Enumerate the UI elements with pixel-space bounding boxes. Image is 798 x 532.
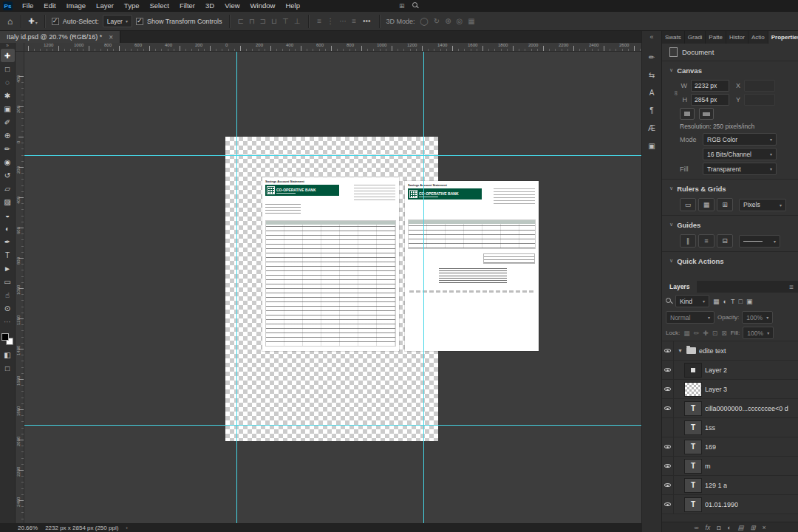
guide-horizontal[interactable] xyxy=(24,425,641,426)
layer-row[interactable]: T129 1 a xyxy=(662,476,798,495)
marquee-tool[interactable]: □ xyxy=(1,62,15,75)
hand-tool[interactable]: ☝ xyxy=(1,288,15,301)
lasso-tool[interactable]: ◌ xyxy=(1,75,15,89)
character-panel-icon[interactable]: A xyxy=(649,89,655,97)
brushes-panel-icon[interactable]: ✏ xyxy=(649,53,655,61)
layer-row[interactable]: Layer 2 xyxy=(662,361,798,380)
shape-tool[interactable]: ▭ xyxy=(1,275,15,288)
3d-scale-icon[interactable]: ▦ xyxy=(466,17,476,25)
panel-tab-actio[interactable]: Actio xyxy=(748,31,768,44)
path-selection-tool[interactable]: ► xyxy=(1,262,15,275)
lock-guides-icon[interactable]: ⊟ xyxy=(717,234,733,248)
align-left-edges-icon[interactable]: ⊏ xyxy=(236,17,245,25)
statement-page-2[interactable]: Savings Account Statement CO-OPERATIVE B… xyxy=(405,181,539,351)
height-field[interactable]: 2854 px xyxy=(691,94,729,106)
delete-layer-icon[interactable]: × xyxy=(763,524,766,531)
panel-menu-icon[interactable]: ≡ xyxy=(789,283,794,291)
vertical-ruler[interactable]: 4002000200400600800100012001400160018002… xyxy=(16,52,24,523)
distribute-vertical-icon[interactable]: ⋮ xyxy=(325,17,335,25)
filter-pixel-layers-icon[interactable]: ▦ xyxy=(712,298,720,305)
dodge-tool[interactable]: ◐ xyxy=(1,222,15,235)
layer-visibility-toggle[interactable] xyxy=(662,457,674,475)
layer-mask-icon[interactable]: ◘ xyxy=(717,524,720,531)
brush-tool[interactable]: ✏ xyxy=(1,142,15,155)
document-tab[interactable]: Italy id.psd @ 20.7% (RGB/16) * × xyxy=(0,31,120,43)
healing-brush-tool[interactable]: ⊕ xyxy=(1,129,15,142)
gradient-tool[interactable]: ▨ xyxy=(1,195,15,208)
menu-type[interactable]: Type xyxy=(119,0,145,12)
3d-slide-icon[interactable]: ◎ xyxy=(455,17,465,25)
menu-edit[interactable]: Edit xyxy=(38,0,61,12)
layer-visibility-toggle[interactable] xyxy=(662,380,674,398)
layer-thumbnail[interactable] xyxy=(684,382,702,397)
toggle-grid-icon[interactable]: ▦ xyxy=(698,198,715,211)
layer-name[interactable]: m xyxy=(705,463,711,470)
layers-tab[interactable]: Layers xyxy=(662,281,697,293)
filter-type-select[interactable]: Kind▾ xyxy=(675,295,709,307)
rulers-grids-section-header[interactable]: ∨ Rulers & Grids xyxy=(669,181,791,196)
canvas-fill-select[interactable]: Transparent▾ xyxy=(703,163,777,175)
layer-thumbnail[interactable] xyxy=(684,363,702,378)
ruler-origin[interactable] xyxy=(16,43,24,52)
layer-thumbnail[interactable]: T xyxy=(684,478,702,493)
group-expand-icon[interactable]: ▾ xyxy=(677,347,683,354)
layer-name[interactable]: 169 xyxy=(705,443,716,451)
filter-adjustment-layers-icon[interactable]: ◐ xyxy=(723,298,728,305)
eyedropper-tool[interactable]: ✐ xyxy=(1,115,15,129)
lock-all-icon[interactable]: ⊠ xyxy=(720,330,728,337)
menu-help[interactable]: Help xyxy=(280,0,305,12)
tool-settings-panel-icon[interactable]: ⇆ xyxy=(649,71,655,79)
canvas-section-header[interactable]: ∨ Canvas xyxy=(669,63,791,78)
align-bottom-edges-icon[interactable]: ⊥ xyxy=(293,17,302,25)
paragraph-panel-icon[interactable]: ¶ xyxy=(649,106,653,115)
layer-row[interactable]: Layer 3 xyxy=(662,380,798,399)
panel-tab-histor[interactable]: Histor xyxy=(726,31,748,44)
lock-transparency-icon[interactable]: ▦ xyxy=(683,330,691,337)
adjustment-layer-icon[interactable]: ◐ xyxy=(727,524,731,531)
quick-actions-section-header[interactable]: ∨ Quick Actions xyxy=(669,253,791,268)
screen-mode-icon[interactable]: □ xyxy=(1,361,15,375)
layer-visibility-toggle[interactable] xyxy=(662,437,674,456)
distribute-horizontal-icon[interactable]: ≡ xyxy=(316,17,323,25)
toggle-rulers-icon[interactable]: ▭ xyxy=(680,198,696,211)
layer-name[interactable]: edite text xyxy=(699,347,726,355)
foreground-color[interactable] xyxy=(1,333,9,341)
guide-vertical[interactable] xyxy=(423,52,424,523)
layer-thumbnail[interactable]: T xyxy=(684,401,702,416)
layer-name[interactable]: cilla0000000...ccccccee<0 d xyxy=(705,405,788,412)
menu-window[interactable]: Window xyxy=(245,0,281,12)
pen-tool[interactable]: ✒ xyxy=(1,235,15,248)
3d-rotate-icon[interactable]: ◯ xyxy=(419,17,430,25)
layer-name[interactable]: 1ss xyxy=(705,424,715,432)
orientation-landscape-button[interactable] xyxy=(699,108,714,120)
layer-row[interactable]: ▾edite text xyxy=(662,341,798,361)
clone-stamp-tool[interactable]: ◉ xyxy=(1,155,15,168)
crop-tool[interactable]: ▣ xyxy=(1,102,15,115)
toolbar-collapse-icon[interactable]: » xyxy=(6,43,9,49)
blend-mode-select[interactable]: Normal▾ xyxy=(666,311,715,324)
search-icon[interactable] xyxy=(412,2,419,10)
layer-row[interactable]: T01.01.1990 xyxy=(662,495,798,514)
quick-selection-tool[interactable]: ✱ xyxy=(1,89,15,102)
layer-visibility-toggle[interactable] xyxy=(662,361,674,379)
layer-effects-icon[interactable]: fx xyxy=(706,524,711,531)
panel-tab-patte[interactable]: Patte xyxy=(706,31,726,44)
status-chevron-icon[interactable]: › xyxy=(126,525,128,531)
horizontal-ruler[interactable]: 1200100080060040020002004006008001000120… xyxy=(16,43,641,52)
panel-tab-swats[interactable]: Swats xyxy=(662,31,685,44)
layer-name[interactable]: Layer 2 xyxy=(705,366,727,374)
auto-select-checkbox[interactable] xyxy=(52,18,59,25)
color-mode-select[interactable]: RGB Color▾ xyxy=(703,133,777,146)
filter-smart-objects-icon[interactable]: ▣ xyxy=(746,298,754,305)
distribute-spacing-v-icon[interactable]: ≡ xyxy=(350,17,358,25)
type-tool[interactable]: T xyxy=(1,248,15,262)
link-layers-icon[interactable]: ∞ xyxy=(694,524,698,531)
filter-type-layers-icon[interactable]: T xyxy=(730,298,736,305)
edit-toolbar-icon[interactable]: ⋯ xyxy=(1,315,15,328)
layer-group-icon[interactable]: ▤ xyxy=(737,524,743,531)
libraries-panel-icon[interactable]: ▣ xyxy=(648,142,655,150)
statement-page-1[interactable]: Savings Account Statement CO-OPERATIVE B… xyxy=(262,177,399,351)
units-select[interactable]: Pixels▾ xyxy=(739,199,786,211)
zoom-tool[interactable]: ⊙ xyxy=(1,301,15,315)
collapse-panels-icon[interactable]: « xyxy=(649,33,653,41)
